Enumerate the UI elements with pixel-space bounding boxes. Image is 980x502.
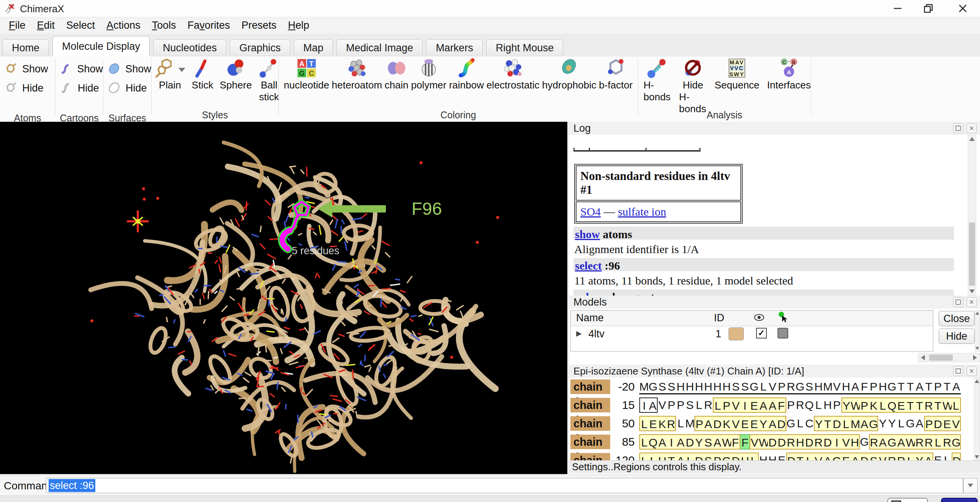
seq-cell[interactable]: S — [805, 379, 814, 394]
seq-cell[interactable]: G — [648, 379, 658, 394]
seq-cell[interactable]: L — [639, 453, 648, 460]
seq-cell[interactable]: K — [722, 416, 731, 431]
command-input[interactable]: select :96 — [46, 478, 963, 493]
seq-cell[interactable]: P — [713, 453, 722, 460]
cartoons-hide-button[interactable]: Hide — [56, 78, 103, 98]
atoms-hide-button[interactable]: Hide — [0, 78, 55, 98]
seq-cell[interactable]: L — [759, 379, 768, 394]
seq-cell[interactable]: L — [952, 397, 961, 413]
seq-cell[interactable]: T — [915, 397, 924, 413]
seq-cell[interactable]: Q — [887, 397, 897, 413]
seq-cell[interactable]: G — [887, 434, 897, 450]
color-nucleotide-button[interactable]: A T G C nucleotide — [284, 57, 329, 91]
menu-presets[interactable]: Presets — [242, 20, 277, 31]
seq-cell[interactable]: V — [731, 397, 740, 413]
rapid-access-button[interactable]: :::::: — [887, 498, 928, 502]
show-command-link[interactable]: show — [575, 228, 600, 240]
panel-toggle-button[interactable] — [941, 498, 978, 502]
seq-cell[interactable]: E — [933, 453, 942, 460]
tab-medical-image[interactable]: Medical Image — [336, 39, 423, 56]
seq-cell[interactable]: L — [639, 434, 648, 450]
seq-cell[interactable]: V — [878, 453, 887, 460]
seq-cell[interactable]: E — [750, 416, 759, 431]
seq-cell[interactable]: D — [933, 416, 942, 431]
seq-cell[interactable]: T — [667, 453, 676, 460]
style-plain-button[interactable]: Plain — [155, 57, 185, 91]
seq-cell[interactable]: P — [869, 379, 878, 394]
menu-file[interactable]: File — [9, 20, 26, 31]
seq-cell[interactable]: A — [897, 434, 906, 450]
seq-cell[interactable]: A — [676, 434, 685, 450]
models-hscrollbar[interactable] — [918, 353, 980, 362]
seq-cell[interactable]: L — [814, 397, 823, 413]
seq-cell[interactable]: P — [777, 379, 786, 394]
seq-cell[interactable]: A — [851, 379, 860, 394]
seq-cell[interactable]: E — [740, 416, 750, 431]
tab-right-mouse[interactable]: Right Mouse — [486, 39, 564, 56]
seq-cell[interactable]: I — [832, 434, 841, 450]
seq-cell[interactable]: I — [639, 397, 648, 413]
tab-molecule-display[interactable]: Molecule Display — [52, 36, 150, 56]
seq-cell[interactable]: E — [897, 397, 906, 413]
seq-cell[interactable]: A — [860, 416, 869, 431]
seq-cell[interactable]: M — [639, 379, 648, 394]
seq-cell[interactable]: T — [906, 397, 915, 413]
seq-cell[interactable]: Y — [915, 453, 924, 460]
seq-cell[interactable]: R — [786, 434, 795, 450]
color-bfactor-button[interactable]: b-factor — [599, 57, 632, 91]
seq-cell[interactable]: H — [676, 379, 685, 394]
seq-cell[interactable]: T — [795, 453, 805, 460]
log-scrollbar[interactable] — [968, 135, 976, 296]
tab-map[interactable]: Map — [294, 39, 333, 56]
seq-cell[interactable]: G — [869, 416, 878, 431]
log-close-icon[interactable]: ✕ — [967, 123, 977, 133]
seq-cell[interactable]: L — [897, 416, 906, 431]
models-hscrollbar-thumb[interactable] — [929, 355, 953, 361]
column-id[interactable]: ID — [714, 312, 724, 324]
menu-actions[interactable]: Actions — [106, 20, 140, 31]
seq-cell[interactable]: A — [924, 453, 933, 460]
surfaces-show-button[interactable]: Show — [103, 59, 151, 78]
seq-cell[interactable]: A — [658, 434, 667, 450]
seq-cell[interactable]: D — [860, 453, 869, 460]
seq-cell[interactable]: R — [786, 379, 795, 394]
seq-cell[interactable]: E — [942, 416, 952, 431]
seq-cell[interactable]: E — [648, 416, 658, 431]
seq-cell[interactable]: D — [777, 434, 786, 450]
seq-cell[interactable]: D — [713, 416, 722, 431]
sulfate-ion-link[interactable]: sulfate ion — [618, 205, 666, 218]
seq-cell[interactable]: L — [841, 416, 851, 431]
seq-cell[interactable]: H — [759, 453, 768, 460]
graphics-viewport[interactable]: F96 5 residues — [0, 122, 567, 474]
log-scrollbar-thumb[interactable] — [969, 222, 975, 286]
seq-cell[interactable]: R — [897, 453, 906, 460]
seq-cell[interactable]: S — [704, 434, 713, 450]
plain-dropdown-caret[interactable] — [178, 68, 185, 72]
seq-cell[interactable]: A — [713, 434, 722, 450]
seq-cell[interactable]: D — [952, 453, 961, 460]
seq-cell[interactable]: R — [869, 434, 878, 450]
hide-hbonds-button[interactable]: Hide H-bonds — [679, 57, 707, 115]
seq-cell[interactable]: V — [952, 416, 961, 431]
seq-cell[interactable]: Y — [814, 416, 823, 431]
seq-cell[interactable]: W — [906, 434, 915, 450]
model-shown-checkbox[interactable]: ✓ — [756, 328, 767, 338]
seq-cell[interactable]: A — [768, 397, 777, 413]
menu-select[interactable]: Select — [66, 20, 95, 31]
seq-cell[interactable]: R — [887, 453, 897, 460]
seq-cell[interactable]: A — [768, 416, 777, 431]
style-stick-button[interactable]: Stick — [191, 57, 214, 91]
seq-cell[interactable]: R — [704, 397, 713, 413]
seq-cell[interactable]: W — [722, 434, 731, 450]
seq-cell[interactable]: G — [906, 416, 915, 431]
seq-cell[interactable]: P — [676, 397, 685, 413]
seq-cell[interactable]: D — [731, 453, 740, 460]
seq-cell[interactable]: H — [823, 397, 832, 413]
seq-cell[interactable]: Y — [694, 434, 704, 450]
seq-cell[interactable]: H — [878, 379, 887, 394]
seq-cell[interactable]: F — [731, 434, 740, 450]
seq-cell[interactable]: D — [685, 434, 694, 450]
seq-cell[interactable]: S — [667, 379, 676, 394]
seq-cell[interactable]: L — [639, 416, 648, 431]
tab-markers[interactable]: Markers — [426, 39, 483, 56]
